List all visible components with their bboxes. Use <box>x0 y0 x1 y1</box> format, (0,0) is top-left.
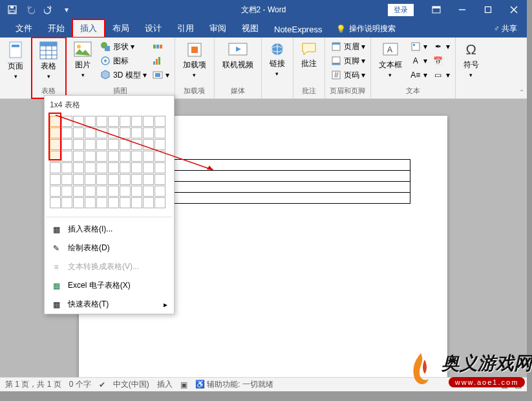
accessibility-status[interactable]: ♿ 辅助功能: 一切就绪 <box>195 379 273 390</box>
grid-cell[interactable] <box>50 151 61 162</box>
icons-button[interactable]: 图标 <box>98 54 148 67</box>
grid-cell[interactable] <box>154 139 165 150</box>
grid-cell[interactable] <box>96 151 107 162</box>
grid-cell[interactable] <box>73 127 84 138</box>
grid-cell[interactable] <box>154 186 165 197</box>
grid-cell[interactable] <box>108 151 119 162</box>
signature-button[interactable]: ✒▾ <box>431 40 451 53</box>
grid-cell[interactable] <box>85 116 96 127</box>
datetime-button[interactable]: 📅 <box>431 54 451 67</box>
grid-cell[interactable] <box>131 116 142 127</box>
grid-cell[interactable] <box>85 186 96 197</box>
grid-cell[interactable] <box>61 174 72 185</box>
web-layout-icon[interactable]: ▤ <box>515 380 522 389</box>
grid-cell[interactable] <box>61 197 72 208</box>
picture-button[interactable]: 图片▾ <box>70 40 96 80</box>
insert-table-menu[interactable]: ▦插入表格(I)... <box>45 220 174 239</box>
grid-cell[interactable] <box>154 174 165 185</box>
grid-cell[interactable] <box>73 116 84 127</box>
grid-cell[interactable] <box>85 139 96 150</box>
page-number-button[interactable]: #页码 ▾ <box>329 69 367 81</box>
grid-cell[interactable] <box>50 127 61 138</box>
screenshot-button[interactable]: ▾ <box>151 69 171 81</box>
grid-cell[interactable] <box>143 139 154 150</box>
grid-cell[interactable] <box>120 151 131 162</box>
grid-cell[interactable] <box>108 116 119 127</box>
grid-cell[interactable] <box>154 197 165 208</box>
spellcheck-icon[interactable]: ✔ <box>99 380 105 389</box>
grid-cell[interactable] <box>73 139 84 150</box>
grid-cell[interactable] <box>143 174 154 185</box>
language-status[interactable]: 中文(中国) <box>113 379 149 390</box>
grid-cell[interactable] <box>120 162 131 173</box>
grid-cell[interactable] <box>108 197 119 208</box>
tab-insert[interactable]: 插入 <box>72 19 105 38</box>
grid-cell[interactable] <box>120 116 131 127</box>
tab-home[interactable]: 开始 <box>40 19 72 38</box>
grid-cell[interactable] <box>61 186 72 197</box>
grid-cell[interactable] <box>96 197 107 208</box>
print-layout-icon[interactable]: ▥ <box>501 380 508 389</box>
tab-review[interactable]: 审阅 <box>202 19 234 38</box>
table-size-grid[interactable] <box>45 114 174 214</box>
grid-cell[interactable] <box>143 116 154 127</box>
grid-cell[interactable] <box>50 186 61 197</box>
grid-cell[interactable] <box>154 116 165 127</box>
grid-cell[interactable] <box>50 162 61 173</box>
grid-cell[interactable] <box>131 197 142 208</box>
table-button[interactable]: 表格▾ <box>36 40 61 81</box>
3d-model-button[interactable]: 3D 模型 ▾ <box>98 69 148 81</box>
grid-cell[interactable] <box>50 174 61 185</box>
grid-cell[interactable] <box>120 186 131 197</box>
symbol-button[interactable]: Ω 符号▾ <box>460 40 483 80</box>
grid-cell[interactable] <box>61 162 72 173</box>
share-button[interactable]: ♂ 共享 <box>484 20 527 38</box>
grid-cell[interactable] <box>143 151 154 162</box>
grid-cell[interactable] <box>85 127 96 138</box>
footer-button[interactable]: 页脚 ▾ <box>329 54 367 67</box>
grid-cell[interactable] <box>85 174 96 185</box>
grid-cell[interactable] <box>131 139 142 150</box>
grid-cell[interactable] <box>131 186 142 197</box>
redo-icon[interactable] <box>43 4 54 16</box>
cover-page-button[interactable]: 页面▾ <box>4 40 27 81</box>
addins-button[interactable]: 加载项▾ <box>179 40 210 80</box>
draw-table-menu[interactable]: ✎绘制表格(D) <box>45 239 174 257</box>
smartart-button[interactable] <box>151 40 171 53</box>
minimize-button[interactable] <box>449 0 475 19</box>
grid-cell[interactable] <box>143 162 154 173</box>
ribbon-options-icon[interactable] <box>423 0 449 19</box>
grid-cell[interactable] <box>50 116 61 127</box>
collapse-ribbon-icon[interactable]: ⌃ <box>519 89 524 96</box>
grid-cell[interactable] <box>131 174 142 185</box>
tab-file[interactable]: 文件 <box>8 19 40 38</box>
excel-spreadsheet-menu[interactable]: ▦Excel 电子表格(X) <box>45 276 174 295</box>
grid-cell[interactable] <box>61 127 72 138</box>
grid-cell[interactable] <box>131 162 142 173</box>
textbox-button[interactable]: A 文本框▾ <box>375 40 406 80</box>
grid-cell[interactable] <box>85 151 96 162</box>
grid-cell[interactable] <box>73 186 84 197</box>
save-icon[interactable] <box>6 4 18 16</box>
tell-me[interactable]: 💡操作说明搜索 <box>330 20 402 38</box>
quickparts-button[interactable]: ▾ <box>409 40 429 53</box>
grid-cell[interactable] <box>73 162 84 173</box>
wordart-button[interactable]: A▾ <box>409 54 429 67</box>
grid-cell[interactable] <box>61 151 72 162</box>
object-button[interactable]: ▭▾ <box>431 69 451 81</box>
grid-cell[interactable] <box>96 174 107 185</box>
maximize-button[interactable] <box>475 0 501 19</box>
tab-design[interactable]: 设计 <box>137 19 169 38</box>
grid-cell[interactable] <box>120 174 131 185</box>
grid-cell[interactable] <box>61 139 72 150</box>
grid-cell[interactable] <box>120 139 131 150</box>
page-status[interactable]: 第 1 页，共 1 页 <box>5 379 61 390</box>
tab-view[interactable]: 视图 <box>234 19 266 38</box>
grid-cell[interactable] <box>50 139 61 150</box>
grid-cell[interactable] <box>73 174 84 185</box>
grid-cell[interactable] <box>96 162 107 173</box>
grid-cell[interactable] <box>73 151 84 162</box>
grid-cell[interactable] <box>50 197 61 208</box>
grid-cell[interactable] <box>120 127 131 138</box>
grid-cell[interactable] <box>108 186 119 197</box>
